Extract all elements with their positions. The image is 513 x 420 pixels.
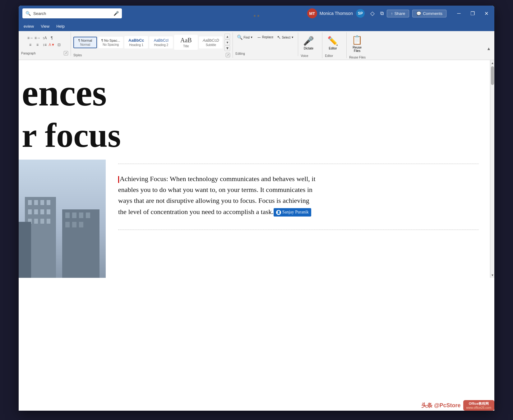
svg-rect-21	[79, 222, 83, 227]
shading-btn[interactable]: A▼	[49, 42, 55, 48]
menu-item-review[interactable]: eview	[21, 23, 37, 30]
svg-rect-15	[65, 212, 70, 218]
editor-button[interactable]: ✏️ Editor	[325, 34, 341, 52]
style-normal[interactable]: ¶ Normal Normal	[73, 37, 97, 48]
styles-dialog-btn[interactable]: ↗	[226, 53, 230, 57]
align-left-btn[interactable]: ≡	[27, 42, 34, 48]
menu-item-view[interactable]: View	[38, 23, 53, 30]
editor-icon: ✏️	[327, 36, 338, 46]
style-title[interactable]: AaB Title	[174, 35, 198, 50]
svg-rect-5	[47, 200, 50, 205]
style-subtitle[interactable]: AaBbCcD Subtitle	[199, 36, 223, 49]
svg-rect-3	[34, 200, 38, 205]
minimize-button[interactable]: ─	[455, 9, 463, 18]
menubar: eview View Help	[19, 21, 494, 31]
ribbon: ≡→ ≡→ ↕A ¶ ≡ ≡ ↕≡ A▼ ⊡ Paragraph	[19, 31, 494, 60]
author-tag: 👤Sanjay Puranik	[274, 208, 311, 216]
body-text[interactable]: Achieving Focus: When technology communi…	[118, 173, 317, 217]
styles-label: Styles	[73, 54, 82, 57]
restore-button[interactable]: ❐	[468, 9, 477, 18]
replace-icon: ↔	[257, 35, 261, 40]
scroll-up-arrow[interactable]: ▲	[490, 60, 494, 66]
text-cursor	[118, 176, 119, 183]
paragraph-label: Paragraph	[21, 52, 36, 55]
find-icon: 🔍	[237, 35, 243, 40]
svg-rect-12	[40, 219, 44, 224]
gallery-dialog-btn[interactable]: ▼	[224, 45, 230, 51]
svg-rect-18	[86, 212, 90, 218]
titlebar: 🔍 Search 🎤 MT Monica Thomson SP ◇ ⧉ ↑ Sh…	[19, 6, 494, 21]
svg-rect-20	[72, 222, 76, 227]
search-box[interactable]: 🔍 Search 🎤	[22, 8, 122, 18]
svg-rect-2	[28, 200, 32, 205]
replace-button[interactable]: ↔ Replace	[255, 34, 275, 41]
document-page[interactable]: ences r focus Achieving Focus: When tech…	[19, 60, 494, 278]
close-button[interactable]: ✕	[482, 9, 491, 18]
heading-text-1: ences	[22, 72, 479, 114]
svg-rect-16	[72, 212, 76, 218]
watermark-badge: Office教程网 www.office26.com	[463, 400, 494, 411]
user-avatar: MT	[307, 8, 317, 18]
heading-text-2: r focus	[22, 117, 479, 154]
gallery-up-arrow[interactable]: ▲	[224, 34, 230, 39]
sp-badge: SP	[356, 9, 365, 18]
menu-item-help[interactable]: Help	[53, 23, 68, 30]
word-window: 🔍 Search 🎤 MT Monica Thomson SP ◇ ⧉ ↑ Sh…	[19, 6, 494, 411]
line-spacing-btn[interactable]: ↕≡	[41, 42, 48, 48]
borders-btn[interactable]: ⊡	[56, 42, 62, 48]
author-name: Sanjay Puranik	[282, 209, 309, 216]
search-icon: 🔍	[25, 11, 31, 16]
voice-group: 🎤 Dictate Voice	[301, 32, 322, 58]
scrollbar-thumb[interactable]	[491, 66, 494, 85]
watermark: 头条 @PcStore Office教程网 www.office26.com	[421, 400, 494, 411]
editor-label: Editor	[325, 54, 333, 58]
user-info: MT Monica Thomson	[307, 8, 353, 18]
reuse-files-label: Reuse Files	[349, 56, 366, 59]
window-controls: ─ ❐ ✕	[455, 9, 491, 18]
gallery-scroll: ▲ ▼ ▼	[224, 34, 230, 51]
voice-label: Voice	[301, 54, 308, 58]
multi-window-icon[interactable]: ⧉	[380, 11, 384, 16]
gallery-down-arrow[interactable]: ▼	[224, 40, 230, 45]
increase-indent-btn[interactable]: ≡→	[27, 35, 34, 41]
mic-icon[interactable]: 🎤	[113, 11, 119, 16]
editing-group: 🔍 Find ▼ ↔ Replace ↖ Select ▼	[235, 32, 298, 56]
align-center-btn[interactable]: ≡	[34, 42, 41, 48]
svg-rect-9	[47, 209, 50, 214]
editor-group: ✏️ Editor Editor	[325, 32, 347, 58]
select-icon: ↖	[277, 35, 281, 40]
reuse-files-button[interactable]: 📋 ReuseFiles	[349, 34, 365, 54]
building-illustration	[19, 160, 106, 278]
style-heading1[interactable]: AaBbCc Heading 1	[124, 36, 148, 49]
style-heading2[interactable]: AaBbCcI Heading 2	[149, 36, 173, 49]
scroll-down-arrow[interactable]: ▼	[490, 272, 494, 278]
style-normal-label: Normal	[76, 43, 94, 46]
increase-indent-btn2[interactable]: ≡→	[34, 35, 41, 41]
user-name: Monica Thomson	[320, 11, 353, 16]
svg-rect-11	[34, 219, 38, 224]
find-button[interactable]: 🔍 Find ▼	[235, 34, 254, 41]
ribbon-collapse-btn[interactable]: ▲	[486, 45, 492, 52]
styles-gallery: ¶ Normal Normal ¶ No Spac... No Spacing …	[73, 32, 233, 58]
dictate-icon: 🎤	[303, 36, 314, 46]
editing-label: Editing	[235, 52, 245, 55]
paragraph-group: ≡→ ≡→ ↕A ¶ ≡ ≡ ↕≡ A▼ ⊡ Paragraph	[21, 32, 71, 56]
reuse-files-group: 📋 ReuseFiles Reuse Files	[349, 32, 371, 60]
dictate-button[interactable]: 🎤 Dictate	[301, 34, 317, 52]
author-icon: 👤	[276, 210, 281, 215]
style-title-label: Title	[177, 44, 195, 48]
scrollbar[interactable]: ▲ ▼	[490, 60, 494, 278]
style-nospace[interactable]: ¶ No Spac... No Spacing	[98, 37, 123, 48]
svg-rect-22	[19, 222, 31, 278]
loading-indicator	[254, 15, 259, 17]
document-image	[19, 160, 106, 278]
diamond-icon[interactable]: ◇	[370, 10, 375, 17]
show-marks-btn[interactable]: ¶	[49, 35, 55, 41]
style-heading1-label: Heading 1	[127, 43, 145, 47]
sort-btn[interactable]: ↕A	[41, 35, 48, 41]
search-input-text[interactable]: Search	[33, 11, 111, 16]
comments-button[interactable]: 💬 Comments	[412, 10, 446, 17]
share-button[interactable]: ↑ Share	[387, 10, 409, 17]
paragraph-dialog-btn[interactable]: ↗	[64, 51, 68, 55]
select-button[interactable]: ↖ Select ▼	[275, 34, 295, 41]
